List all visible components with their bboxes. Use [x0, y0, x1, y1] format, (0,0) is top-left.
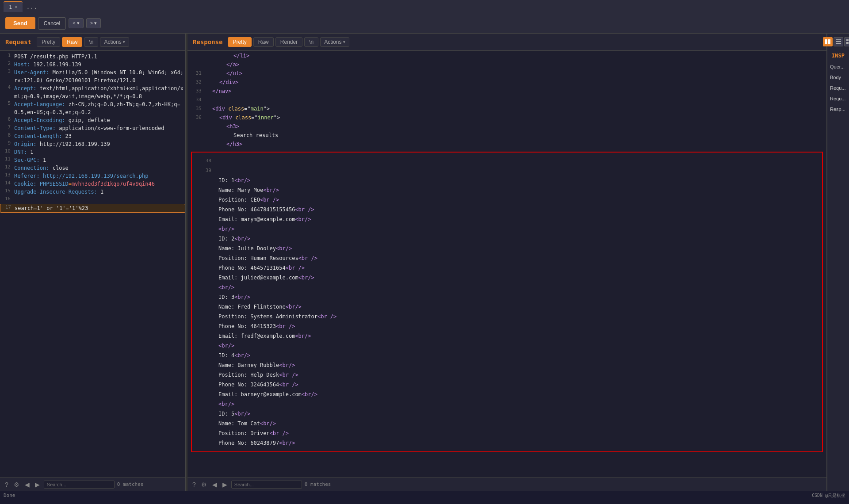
request-tab-n[interactable]: \n [84, 37, 98, 47]
result-email-3: Email: fredf@example.com<br/> [197, 331, 817, 341]
response-content[interactable]: </li> </a> 31 </ul> 32 </div> 33 </nav> [187, 51, 826, 477]
request-line: 11Sec-GPC: 1 [0, 156, 185, 164]
result-name-tom: Name: Tom Cat<br/> [197, 419, 817, 428]
response-help-icon[interactable]: ? [191, 481, 197, 488]
result-position-2: Position: Human Resources<br /> [197, 253, 817, 263]
send-button[interactable]: Send [5, 17, 35, 29]
response-line: Search results [187, 132, 826, 141]
cancel-button[interactable]: Cancel [38, 17, 66, 30]
request-tab-raw[interactable]: Raw [62, 37, 82, 47]
response-search-next-icon[interactable]: ▶ [221, 481, 229, 488]
main-area: Request Pretty Raw \n Actions ▾ 1POST /r… [0, 34, 849, 491]
result-name-fred: Name: Fred Flintstone<br/> [197, 302, 817, 312]
response-line: 33 </nav> [187, 88, 826, 97]
nav-back-button[interactable]: < ▾ [69, 18, 83, 28]
response-line: 31 </ul> [187, 70, 826, 79]
result-email-1: Email: marym@example.com<br/> [197, 214, 817, 224]
tab-1[interactable]: 1 × [4, 1, 23, 12]
request-line: 16 [0, 196, 185, 204]
response-tab-raw[interactable]: Raw [253, 37, 274, 47]
view-mode-list-icon[interactable] [834, 37, 843, 46]
tab-dots: ... [26, 3, 37, 10]
result-email-2: Email: julied@example.com<br/> [197, 273, 817, 283]
request-title: Request [5, 38, 35, 46]
response-line: 35 <div class="main"> [187, 106, 826, 115]
tab-1-close[interactable]: × [15, 4, 17, 9]
response-search-input[interactable] [231, 481, 302, 489]
response-line: 39 [197, 166, 817, 176]
request-search-prev-icon[interactable]: ◀ [23, 481, 31, 488]
response-tab-render[interactable]: Render [275, 37, 302, 47]
sql-injection-result-box: 38 39 ID: 1<br/> Name: Mary Moe<br/> [191, 152, 823, 452]
request-line: 15Upgrade-Insecure-Requests: 1 [0, 188, 185, 196]
response-settings-icon[interactable]: ⚙ [200, 481, 208, 488]
response-line: 38 [197, 156, 817, 166]
result-br-3: <br/> [197, 341, 817, 351]
watermark: CSDN @只是棋坐 [812, 493, 845, 499]
response-tab-actions[interactable]: Actions ▾ [320, 37, 349, 47]
request-content[interactable]: 1POST /results.php HTTP/1.12Host: 192.16… [0, 51, 185, 477]
svg-rect-1 [828, 39, 830, 44]
result-name-barney: Name: Barney Rubble<br/> [197, 360, 817, 370]
request-line: 8Content-Length: 23 [0, 132, 185, 140]
result-position-3: Position: Systems Administrator<br /> [197, 312, 817, 321]
response-actions-arrow-icon: ▾ [343, 40, 345, 44]
request-help-icon[interactable]: ? [4, 481, 10, 488]
response-line: 32 </div> [187, 79, 826, 88]
view-mode-grid-icon[interactable] [844, 37, 849, 46]
actions-arrow-icon: ▾ [123, 40, 125, 44]
result-phone-2: Phone No: 46457131654<br /> [197, 263, 817, 273]
request-line: 10DNT: 1 [0, 148, 185, 156]
tab-bar: 1 × ... [0, 0, 849, 13]
svg-rect-3 [836, 41, 841, 42]
svg-rect-7 [846, 42, 849, 44]
request-line: 12Connection: close [0, 164, 185, 172]
request-line: 5Accept-Language: zh-CN,zh;q=0.8,zh-TW;q… [0, 100, 185, 116]
response-panel-header: Response Pretty Raw Render \n Actions ▾ [187, 34, 826, 51]
response-line: <h3> [187, 123, 826, 132]
view-mode-split-icon[interactable] [823, 37, 833, 46]
response-footer: ? ⚙ ◀ ▶ 0 matches [187, 477, 826, 491]
request-line: 9Origin: http://192.168.199.139 [0, 140, 185, 148]
result-id-2: ID: 2<br/> [197, 234, 817, 244]
nav-fwd-button[interactable]: > ▾ [86, 18, 101, 28]
result-id-5: ID: 5<br/> [197, 409, 817, 419]
response-line: </a> [187, 61, 826, 70]
response-search-prev-icon[interactable]: ◀ [211, 481, 218, 488]
request-search-input[interactable] [44, 481, 115, 489]
result-id-4: ID: 4<br/> [197, 351, 817, 360]
inspector-resp-item[interactable]: Resp... [827, 105, 849, 114]
result-position-4: Position: Help Desk<br /> [197, 370, 817, 380]
inspector-query-item[interactable]: Quer... [827, 62, 849, 71]
response-tab-pretty[interactable]: Pretty [228, 37, 251, 47]
inspector-sidebar: INSP Quer... Body Requ... Requ... Resp..… [827, 34, 849, 491]
inspector-requ1-item[interactable]: Requ... [827, 84, 849, 92]
request-line: 3User-Agent: Mozilla/5.0 (Windows NT 10.… [0, 69, 185, 84]
response-line: </li> [187, 53, 826, 61]
request-line: 2Host: 192.168.199.139 [0, 61, 185, 69]
result-phone-1: Phone No: 46478415155456<br /> [197, 205, 817, 214]
response-match-count: 0 matches [305, 481, 331, 487]
inspector-body-item[interactable]: Body [827, 73, 849, 82]
response-line: 34 [187, 97, 826, 106]
result-br-1: <br/> [197, 224, 817, 234]
svg-rect-4 [836, 43, 841, 44]
svg-rect-0 [825, 39, 827, 44]
result-phone-4: Phone No: 324643564<br /> [197, 380, 817, 389]
request-tab-pretty[interactable]: Pretty [37, 37, 60, 47]
request-tab-actions[interactable]: Actions ▾ [100, 37, 129, 47]
result-br-2: <br/> [197, 283, 817, 292]
inspector-requ2-item[interactable]: Requ... [827, 94, 849, 103]
tab-1-label: 1 [9, 4, 12, 10]
request-line: 17search=1' or '1'='1'%23 [0, 204, 185, 213]
request-line: 14Cookie: PHPSESSID=mvhh3ed3f3d1kqo7uf4v… [0, 180, 185, 188]
request-search-next-icon[interactable]: ▶ [34, 481, 41, 488]
response-line: </h3> [187, 141, 826, 150]
result-email-4: Email: barneyr@example.com<br/> [197, 389, 817, 399]
inspector-title: INSP [831, 51, 845, 61]
result-position-1: Position: CEO<br /> [197, 195, 817, 205]
panels-container: Request Pretty Raw \n Actions ▾ 1POST /r… [0, 34, 827, 491]
request-settings-icon[interactable]: ⚙ [12, 481, 21, 488]
request-panel: Request Pretty Raw \n Actions ▾ 1POST /r… [0, 34, 186, 491]
response-tab-n[interactable]: \n [304, 37, 318, 47]
